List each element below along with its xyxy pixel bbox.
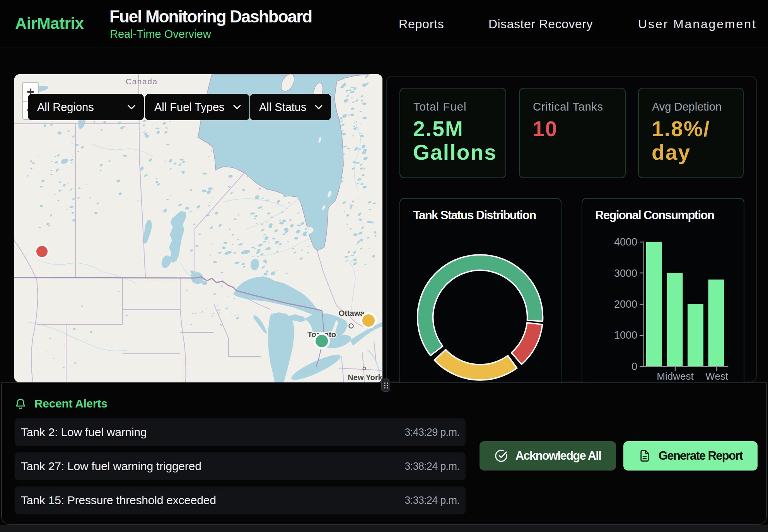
svg-text:1000: 1000 [614, 329, 637, 341]
svg-text:West: West [705, 370, 729, 382]
svg-text:Ottawa: Ottawa [339, 309, 365, 317]
svg-text:New York: New York [348, 373, 382, 382]
svg-text:Canada: Canada [126, 77, 158, 86]
svg-text:2000: 2000 [614, 298, 637, 310]
svg-text:0: 0 [631, 361, 637, 372]
svg-text:4000: 4000 [614, 236, 637, 248]
svg-text:3000: 3000 [614, 268, 637, 279]
svg-text:Midwest: Midwest [657, 370, 694, 382]
